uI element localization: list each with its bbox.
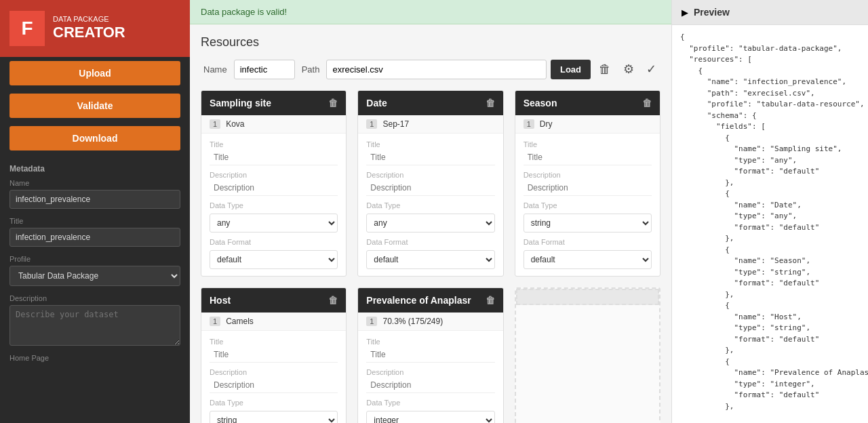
card-sample-row: 1 Sep-17: [358, 115, 502, 134]
card-title-input[interactable]: [366, 150, 494, 165]
card-sample-row: 1 Dry: [515, 115, 660, 134]
main-content: Data package is valid! Resources Name Pa…: [190, 0, 671, 423]
field-card: [515, 287, 660, 423]
load-button[interactable]: Load: [551, 60, 591, 79]
description-field-label: Description: [366, 368, 494, 376]
upload-button[interactable]: Upload: [9, 61, 180, 85]
preview-header[interactable]: ▶ Preview: [672, 0, 868, 25]
card-title: Season: [524, 98, 557, 108]
sample-index: 1: [366, 119, 377, 129]
delete-resource-button[interactable]: 🗑: [595, 60, 615, 79]
logo-icon: F: [9, 11, 45, 46]
preview-panel: ▶ Preview { "profile": "tabular-data-pac…: [671, 0, 868, 423]
title-input[interactable]: [9, 228, 180, 247]
data-format-select[interactable]: defaultemailuribinaryuuid: [524, 250, 652, 269]
data-type-select[interactable]: anystringnumberintegerbooleanobjectarray…: [366, 411, 494, 423]
metadata-section-label: Metadata: [0, 155, 190, 176]
card-title-input[interactable]: [210, 347, 338, 363]
card-description-input[interactable]: [524, 180, 652, 196]
data-format-select[interactable]: defaultemailuribinaryuuid: [366, 250, 494, 269]
data-type-select[interactable]: anystringnumberintegerbooleanobjectarray…: [524, 214, 652, 233]
data-format-select[interactable]: defaultemailuribinaryuuid: [210, 250, 338, 269]
name-field-label: Name: [201, 60, 230, 79]
title-field-label: Title: [524, 140, 652, 148]
delete-field-button[interactable]: 🗑: [328, 98, 338, 108]
card-description-input[interactable]: [210, 378, 338, 393]
card-title: Prevalence of Anaplasr: [366, 295, 471, 306]
validation-bar: Data package is valid!: [190, 0, 671, 24]
card-header: [516, 289, 659, 305]
name-input[interactable]: [9, 190, 180, 209]
sample-index: 1: [210, 317, 220, 326]
sample-index: 1: [210, 119, 220, 129]
card-title-input[interactable]: [366, 347, 494, 363]
data-type-label: Data Type: [366, 201, 494, 209]
delete-field-button[interactable]: 🗑: [328, 295, 338, 306]
field-card: Season 🗑 1 Dry Title Description Data Ty…: [515, 90, 660, 277]
sample-value: Kova: [226, 119, 244, 129]
path-field-label: Path: [299, 60, 323, 79]
data-type-select[interactable]: anystringnumberintegerbooleanobjectarray…: [210, 214, 338, 233]
data-type-label: Data Type: [210, 399, 338, 407]
app-title: DATA PACKAGE CREATOR: [53, 15, 125, 42]
profile-label: Profile: [0, 252, 190, 264]
delete-field-button[interactable]: 🗑: [486, 98, 495, 108]
field-card: Date 🗑 1 Sep-17 Title Description Data T…: [357, 90, 503, 277]
data-format-label: Data Format: [524, 238, 652, 246]
description-field-label: Description: [210, 368, 338, 376]
field-card: Sampling site 🗑 1 Kova Title Description…: [201, 90, 347, 277]
sample-value: Camels: [226, 317, 254, 326]
resource-path-input[interactable]: [326, 60, 547, 79]
title-field-label: Title: [366, 140, 494, 148]
data-type-select[interactable]: anystringnumberintegerbooleanobjectarray…: [210, 411, 338, 423]
card-title: Date: [366, 98, 387, 108]
name-label: Name: [0, 176, 190, 188]
resource-name-input[interactable]: [234, 60, 295, 79]
data-type-select[interactable]: anystringnumberintegerbooleanobjectarray…: [366, 214, 494, 233]
card-sample-row: 1 Camels: [201, 313, 346, 331]
card-title: Host: [210, 295, 231, 306]
card-header: Season 🗑: [515, 91, 660, 115]
card-description-input[interactable]: [210, 180, 338, 196]
title-field-label: Title: [210, 140, 338, 148]
card-description-input[interactable]: [366, 378, 494, 393]
app-title-top: DATA PACKAGE: [53, 15, 125, 24]
preview-expand-icon: ▶: [682, 7, 688, 18]
validate-button[interactable]: Validate: [9, 94, 180, 118]
description-field-label: Description: [524, 171, 652, 179]
sample-index: 1: [366, 317, 377, 326]
card-body: Title Description Data Type anystringnum…: [358, 331, 502, 423]
card-body: Title Description Data Type anystringnum…: [515, 134, 660, 276]
sample-value: Dry: [540, 119, 553, 129]
cards-grid: Sampling site 🗑 1 Kova Title Description…: [201, 90, 660, 423]
description-field-label: Description: [210, 171, 338, 179]
card-description-input[interactable]: [366, 180, 494, 196]
validation-message: Data package is valid!: [201, 7, 287, 17]
data-format-label: Data Format: [366, 238, 494, 246]
delete-field-button[interactable]: 🗑: [642, 98, 652, 108]
sidebar: F DATA PACKAGE CREATOR Upload Validate D…: [0, 0, 190, 423]
profile-select[interactable]: Tabular Data Package: [9, 266, 180, 286]
preview-body: { "profile": "tabular-data-package", "re…: [672, 25, 868, 423]
card-title-input[interactable]: [524, 150, 652, 165]
description-textarea[interactable]: [9, 305, 180, 346]
logo-area: F DATA PACKAGE CREATOR: [0, 0, 190, 57]
data-type-label: Data Type: [366, 399, 494, 407]
data-format-label: Data Format: [210, 238, 338, 246]
description-field-label: Description: [366, 171, 494, 179]
title-field-label: Title: [210, 338, 338, 346]
card-body: Title Description Data Type anystringnum…: [358, 134, 502, 276]
field-card: Host 🗑 1 Camels Title Description Data T…: [201, 287, 347, 423]
settings-resource-button[interactable]: ⚙: [619, 59, 638, 79]
resource-row: Name Path Load 🗑 ⚙ ✓: [201, 59, 660, 79]
expand-resource-button[interactable]: ✓: [642, 59, 660, 79]
app-title-bottom: CREATOR: [53, 24, 125, 41]
download-button[interactable]: Download: [9, 126, 180, 150]
sample-index: 1: [524, 119, 534, 129]
card-header: Host 🗑: [201, 288, 346, 313]
card-title-input[interactable]: [210, 150, 338, 165]
card-sample-row: 1 70.3% (175/249): [358, 313, 502, 331]
delete-field-button[interactable]: 🗑: [486, 295, 495, 306]
title-label: Title: [0, 214, 190, 226]
card-title: Sampling site: [210, 98, 271, 108]
